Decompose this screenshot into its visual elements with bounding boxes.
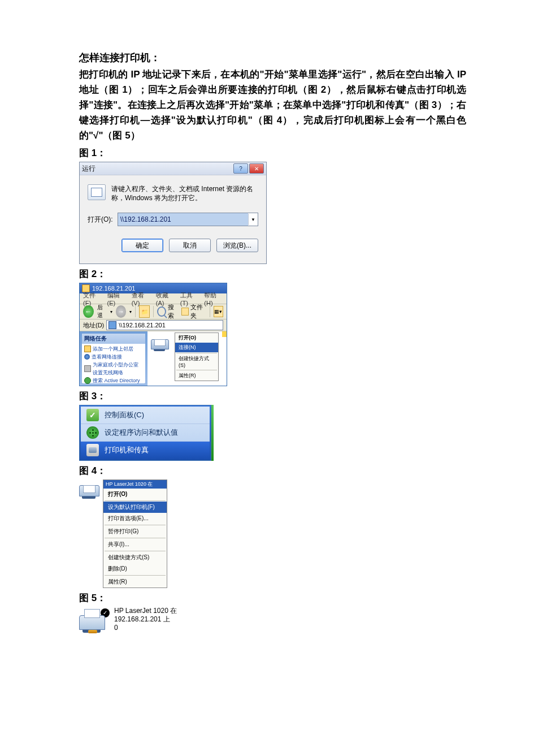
- explorer-addressbar: 地址(D) \\192.168.21.201: [80, 319, 227, 331]
- ctx-open[interactable]: 打开(O): [175, 333, 218, 343]
- toolbar-separator: [153, 306, 154, 317]
- explorer-toolbar: ← 后退 ▾ → ▾ 📁 搜索 文件夹 ▦▾: [80, 304, 227, 319]
- printer-icon: [86, 444, 99, 456]
- menu-separator: [105, 500, 166, 501]
- start-item-label: 控制面板(C): [105, 410, 144, 420]
- printer-title: HP LaserJet 1020 在: [103, 480, 167, 489]
- up-button[interactable]: 📁: [139, 305, 150, 318]
- folders-label: 文件夹: [190, 303, 206, 320]
- default-printer-icon[interactable]: [79, 607, 111, 632]
- fwd-dropdown-icon[interactable]: ▾: [129, 309, 132, 314]
- ctx-properties[interactable]: 属性(R): [175, 371, 218, 381]
- open-dropdown-icon[interactable]: ▼: [248, 214, 258, 225]
- printer-queue-count: 0: [114, 624, 177, 632]
- menu-view[interactable]: 查看(V): [132, 291, 150, 306]
- printer-icon[interactable]: [151, 339, 171, 355]
- control-panel-icon: [86, 409, 99, 421]
- fig4-label: 图 4：: [79, 464, 466, 477]
- ctx-separator: [176, 353, 217, 353]
- doc-heading: 怎样连接打印机：: [79, 51, 466, 64]
- menu-shortcut[interactable]: 创建快捷方式(S): [103, 552, 167, 563]
- address-value: \\192.168.21.201: [119, 322, 166, 329]
- network-icon: [84, 365, 91, 372]
- search-icon: [157, 306, 166, 317]
- fig4-container: HP LaserJet 1020 在 打开(O) 设为默认打印机(F) 打印首选…: [79, 479, 167, 588]
- toolbar-separator: [210, 306, 210, 317]
- back-dropdown-icon[interactable]: ▾: [110, 309, 112, 314]
- menu-separator: [105, 525, 166, 525]
- search-button[interactable]: 搜索: [157, 303, 178, 320]
- forward-button[interactable]: →: [116, 305, 127, 318]
- printer-name-line2: 192.168.21.201 上: [114, 615, 177, 624]
- network-bar-icon: [88, 630, 97, 633]
- folders-button[interactable]: 文件夹: [181, 303, 206, 320]
- start-item-printers-faxes[interactable]: 打印机和传真: [81, 442, 210, 459]
- menu-separator: [105, 551, 166, 551]
- menu-open[interactable]: 打开(O): [103, 489, 167, 500]
- search-label: 搜索: [168, 303, 178, 320]
- start-item-label: 打印机和传真: [105, 445, 149, 455]
- menu-properties[interactable]: 属性(R): [103, 576, 167, 587]
- folder-icon: [222, 331, 227, 337]
- side-item-search-ad[interactable]: 搜索 Active Directory: [84, 377, 143, 385]
- views-button[interactable]: ▦▾: [214, 306, 223, 317]
- open-input[interactable]: [118, 213, 248, 226]
- menu-separator: [105, 575, 166, 576]
- explorer-content: 打开(O) 连接(N) 创建快捷方式(S) 属性(R): [147, 331, 227, 386]
- default-printer-label: HP LaserJet 1020 在 192.168.21.201 上 0: [114, 607, 177, 632]
- menu-set-default[interactable]: 设为默认打印机(F): [103, 502, 167, 513]
- menu-separator: [105, 538, 166, 538]
- help-button[interactable]: ?: [233, 163, 248, 174]
- fig5-container: HP LaserJet 1020 在 192.168.21.201 上 0: [79, 607, 466, 632]
- explorer-window: 192.168.21.201 文件(F) 编辑(E) 查看(V) 收藏(A) 工…: [79, 283, 227, 386]
- menu-pause[interactable]: 暂停打印(G): [103, 526, 167, 537]
- doc-intro: 把打印机的 IP 地址记录下来后，在本机的"开始"菜单里选择"运行"，然后在空白…: [79, 67, 466, 143]
- folder-icon: [181, 308, 189, 316]
- run-titlebar: 运行 ? ✕: [80, 162, 266, 175]
- search-icon: [84, 377, 91, 384]
- side-item-view-conn[interactable]: 查看网络连接: [84, 353, 143, 361]
- fig2-label: 图 2：: [79, 267, 466, 280]
- globe-icon: [84, 354, 90, 360]
- cancel-button[interactable]: 取消: [169, 239, 211, 252]
- computer-icon: [108, 321, 116, 329]
- run-icon: [88, 184, 106, 200]
- menu-share[interactable]: 共享(I)...: [103, 539, 167, 550]
- back-label: 后退: [97, 304, 107, 319]
- ctx-separator: [176, 370, 217, 370]
- network-tasks-header: 网络任务: [82, 334, 145, 344]
- start-item-program-access[interactable]: 设定程序访问和默认值: [81, 424, 210, 442]
- program-access-icon: [86, 426, 99, 439]
- printer-name-line1: HP LaserJet 1020 在: [114, 607, 177, 615]
- menu-printing-prefs[interactable]: 打印首选项(E)...: [103, 513, 167, 524]
- start-menu-panel: 控制面板(C) 设定程序访问和默认值 打印机和传真: [79, 405, 211, 461]
- fig1-label: 图 1：: [79, 146, 466, 159]
- fig5-label: 图 5：: [79, 591, 466, 604]
- close-button[interactable]: ✕: [249, 163, 264, 174]
- explorer-sidepanel: 网络任务 添加一个网上邻居 查看网络连接 为家庭或小型办公室设置无线网络 搜索 …: [80, 331, 147, 386]
- ctx-connect[interactable]: 连接(N): [175, 343, 218, 352]
- run-description: 请键入程序、文件夹、文档或 Internet 资源的名称，Windows 将为您…: [111, 184, 258, 202]
- menu-help[interactable]: 帮助(H): [204, 291, 223, 306]
- start-menu-edge: [211, 405, 214, 461]
- printer-context-menu: 打开(O) 连接(N) 创建快捷方式(S) 属性(R): [175, 332, 219, 381]
- side-item-add-place[interactable]: 添加一个网上邻居: [84, 345, 143, 353]
- toolbar-separator: [135, 306, 136, 317]
- open-input-wrap[interactable]: ▼: [118, 213, 258, 226]
- start-item-label: 设定程序访问和默认值: [105, 427, 178, 438]
- menu-edit[interactable]: 编辑(E): [107, 291, 126, 306]
- folder-icon: [84, 345, 91, 352]
- run-dialog: 运行 ? ✕ 请键入程序、文件夹、文档或 Internet 资源的名称，Wind…: [79, 162, 267, 264]
- address-field[interactable]: \\192.168.21.201: [106, 320, 223, 330]
- back-button[interactable]: ←: [83, 305, 94, 318]
- menu-delete[interactable]: 删除(D): [103, 563, 167, 574]
- browse-button[interactable]: 浏览(B)...: [216, 239, 258, 252]
- start-item-control-panel[interactable]: 控制面板(C): [81, 407, 210, 424]
- run-title: 运行: [82, 164, 232, 174]
- fig3-label: 图 3：: [79, 390, 466, 403]
- open-label: 打开(O):: [88, 215, 113, 224]
- ctx-shortcut[interactable]: 创建快捷方式(S): [175, 354, 218, 369]
- ok-button[interactable]: 确定: [121, 239, 163, 252]
- printer-icon[interactable]: [79, 479, 103, 503]
- side-item-wireless[interactable]: 为家庭或小型办公室设置无线网络: [84, 361, 143, 377]
